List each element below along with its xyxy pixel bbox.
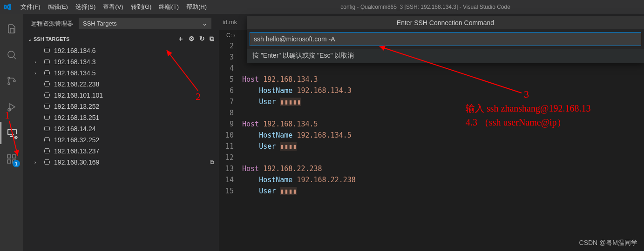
collapse-icon[interactable]: ⧉ [210, 35, 214, 43]
palette-hint: 按 "Enter" 以确认或按 "Esc" 以取消 [247, 49, 644, 63]
screen-icon: 🖵 [44, 80, 50, 88]
remote-explorer-icon[interactable]: ⊗ [0, 122, 23, 144]
host-ip: 192.168.134.5 [54, 69, 96, 77]
host-item[interactable]: 🖵192.168.13.251 [23, 112, 219, 123]
targets-dropdown[interactable]: SSH Targets ⌄ [79, 18, 211, 29]
sidebar: 远程资源管理器 SSH Targets ⌄ ⌄ SSH TARGETS ＋ ⚙ … [23, 14, 219, 251]
svg-point-2 [8, 83, 10, 85]
new-window-icon[interactable]: ⧉ [210, 159, 214, 165]
screen-icon: 🖵 [44, 125, 50, 132]
host-ip: 192.168.14.24 [54, 125, 96, 132]
menu-select[interactable]: 选择(S) [72, 3, 99, 11]
menu-help[interactable]: 帮助(H) [183, 3, 210, 11]
vscode-logo-icon [4, 3, 11, 11]
menu-view[interactable]: 查看(V) [99, 3, 127, 11]
screen-icon: 🖵 [44, 58, 50, 66]
host-ip: 192.168.32.252 [54, 136, 99, 144]
chevron-down-icon: ⌄ [202, 20, 207, 27]
host-item[interactable]: 🖵192.168.13.237 [23, 145, 219, 157]
host-list: 🖵192.168.134.6›🖵192.168.134.3›🖵192.168.1… [23, 45, 219, 251]
svg-rect-8 [7, 160, 11, 163]
gear-icon[interactable]: ⚙ [189, 35, 195, 43]
title-bar: 文件(F) 编辑(E) 选择(S) 查看(V) 转到(G) 终端(T) 帮助(H… [0, 0, 644, 14]
host-item[interactable]: 🖵192.168.134.6 [23, 45, 219, 56]
refresh-icon[interactable]: ↻ [199, 35, 205, 43]
section-title: SSH TARGETS [34, 36, 69, 42]
sidebar-title: 远程资源管理器 [31, 20, 73, 28]
activity-bar: ⊗ 1 [0, 14, 23, 251]
code-area[interactable]: 23456789101112131415 HostName 192.168.13… [219, 40, 644, 251]
svg-point-3 [14, 80, 15, 82]
code-content[interactable]: HostName 192.168.134.3 User ▮▮▮▮ Host 19… [242, 40, 644, 251]
screen-icon: 🖵 [44, 47, 50, 54]
command-palette: Enter SSH Connection Command 按 "Enter" 以… [247, 16, 644, 63]
line-numbers: 23456789101112131415 [219, 40, 242, 251]
host-ip: 192.168.134.6 [54, 47, 96, 54]
section-actions: ＋ ⚙ ↻ ⧉ [177, 35, 214, 43]
menu-go[interactable]: 转到(G) [127, 3, 156, 11]
dropdown-label: SSH Targets [83, 20, 117, 27]
extensions-icon[interactable]: 1 [0, 148, 23, 170]
host-item[interactable]: 🖵192.168.22.238 [23, 79, 219, 90]
window-title: config - Qualcomm865_3 [SSH: 192.168.134… [210, 4, 640, 10]
screen-icon: 🖵 [44, 159, 50, 166]
host-item[interactable]: 🖵192.168.13.252 [23, 101, 219, 112]
watermark: CSDN @粤M温同学 [579, 239, 637, 247]
screen-icon: 🖵 [44, 147, 50, 155]
host-ip: 192.168.101.101 [54, 92, 103, 99]
source-control-icon[interactable] [0, 70, 23, 92]
host-ip: 192.168.134.3 [54, 58, 96, 66]
screen-icon: 🖵 [44, 69, 50, 77]
tab-label[interactable]: id.mk [223, 19, 237, 26]
screen-icon: 🖵 [44, 103, 50, 110]
chevron-right-icon: › [34, 71, 40, 76]
chevron-right-icon: › [34, 160, 40, 165]
svg-point-0 [8, 51, 14, 58]
menu-edit[interactable]: 编辑(E) [44, 3, 72, 11]
screen-icon: 🖵 [44, 114, 50, 121]
chevron-right-icon: › [34, 59, 40, 65]
host-item[interactable]: ›🖵192.168.134.3 [23, 56, 219, 67]
svg-rect-6 [7, 155, 11, 158]
chevron-down-icon: ⌄ [28, 37, 32, 42]
svg-point-1 [8, 77, 10, 79]
debug-icon[interactable] [0, 96, 23, 118]
menu-bar: 文件(F) 编辑(E) 选择(S) 查看(V) 转到(G) 终端(T) 帮助(H… [17, 3, 210, 11]
add-icon[interactable]: ＋ [177, 35, 184, 43]
host-ip: 192.168.13.237 [54, 147, 99, 155]
palette-title: Enter SSH Connection Command [247, 16, 644, 29]
menu-file[interactable]: 文件(F) [17, 3, 44, 11]
explorer-icon[interactable] [0, 18, 23, 40]
section-header[interactable]: ⌄ SSH TARGETS ＋ ⚙ ↻ ⧉ [23, 33, 219, 45]
host-ip: 192.168.22.238 [54, 80, 99, 88]
svg-rect-7 [13, 155, 16, 158]
search-icon[interactable] [0, 44, 23, 66]
host-item[interactable]: ›🖵192.168.30.169⧉ [23, 157, 219, 168]
menu-terminal[interactable]: 终端(T) [155, 3, 183, 11]
host-ip: 192.168.13.251 [54, 114, 99, 121]
screen-icon: 🖵 [44, 92, 50, 99]
host-item[interactable]: ›🖵192.168.134.5 [23, 67, 219, 79]
host-ip: 192.168.30.169 [54, 159, 99, 166]
screen-icon: 🖵 [44, 136, 50, 144]
extensions-badge: 1 [13, 160, 20, 167]
host-item[interactable]: 🖵192.168.32.252 [23, 134, 219, 145]
host-item[interactable]: 🖵192.168.14.24 [23, 123, 219, 134]
host-ip: 192.168.13.252 [54, 103, 99, 110]
ssh-command-input[interactable] [250, 32, 641, 46]
host-item[interactable]: 🖵192.168.101.101 [23, 90, 219, 101]
